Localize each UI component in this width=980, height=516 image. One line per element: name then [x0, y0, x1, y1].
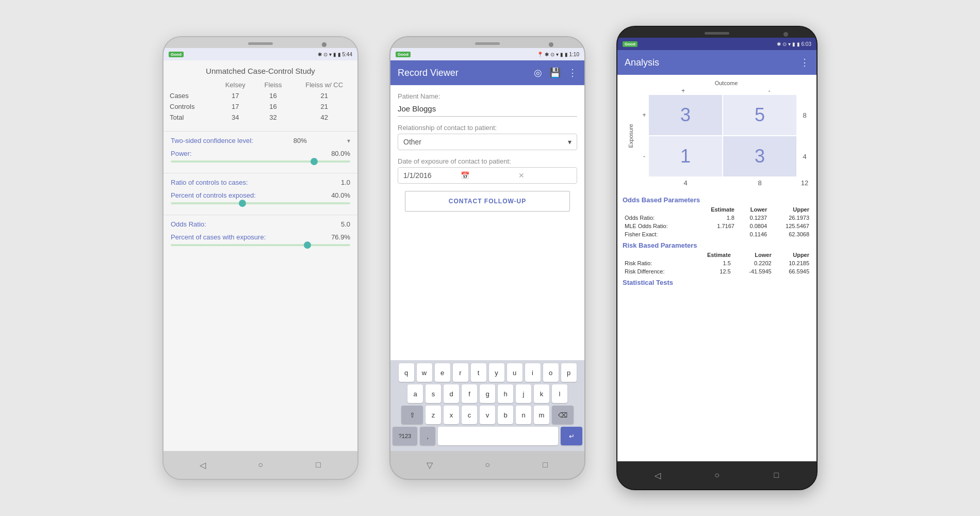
date-picker[interactable]: 1/1/2016 📅 ✕ — [398, 167, 577, 184]
eye-icon[interactable]: ◎ — [534, 67, 542, 78]
cell-c[interactable]: 1 — [648, 136, 723, 177]
table-row: Risk Ratio: 1.5 0.2202 10.2185 — [623, 259, 811, 267]
odds-row0-label: Odds Ratio: — [623, 214, 694, 222]
power-slider[interactable] — [171, 160, 350, 163]
row-cases-fleisscc: 21 — [291, 90, 357, 101]
key-m[interactable]: m — [534, 406, 549, 424]
odds-row1-label: MLE Odds Ratio: — [623, 222, 694, 230]
key-comma[interactable]: , — [420, 427, 435, 445]
good-badge-2: Good — [396, 52, 411, 57]
odds-row1-lower: 0.0804 — [737, 222, 769, 230]
contingency-body: Exposure + 3 5 8 - 1 3 4 — [622, 94, 812, 177]
home-btn-2[interactable]: ○ — [480, 458, 495, 472]
key-g[interactable]: g — [480, 384, 495, 403]
key-p[interactable]: p — [561, 363, 577, 382]
key-sym[interactable]: ?123 — [393, 427, 417, 445]
pct-controls-slider[interactable] — [171, 202, 350, 204]
recents-btn-2[interactable]: □ — [538, 458, 552, 472]
phone-3-top-bar — [617, 27, 816, 38]
key-z[interactable]: z — [426, 406, 441, 424]
home-btn-3[interactable]: ○ — [710, 468, 724, 482]
col2-total: 8 — [723, 177, 797, 189]
cell-b[interactable]: 5 — [723, 94, 797, 136]
odds-col-0 — [623, 205, 694, 214]
key-a[interactable]: a — [407, 384, 423, 403]
contact-followup-button[interactable]: CONTACT FOLLOW-UP — [405, 191, 570, 212]
pct-cases-thumb[interactable] — [304, 241, 311, 249]
cell-a[interactable]: 3 — [648, 94, 723, 136]
power-thumb[interactable] — [311, 158, 318, 165]
table-row: Risk Difference: 12.5 -41.5945 66.5945 — [623, 267, 811, 276]
pct-cases-section: Percent of cases with exposure: 76.9% — [164, 231, 357, 253]
key-space[interactable] — [438, 427, 558, 445]
more-icon-3[interactable]: ⋮ — [800, 57, 809, 68]
more-icon[interactable]: ⋮ — [568, 67, 577, 78]
key-e[interactable]: e — [435, 363, 450, 382]
patient-name-input[interactable] — [398, 102, 577, 117]
odds-row2-upper: 62.3068 — [769, 230, 811, 238]
key-b[interactable]: b — [498, 406, 513, 424]
odds-col-2: Lower — [737, 205, 769, 214]
calendar-icon[interactable]: 📅 — [461, 171, 514, 180]
recents-btn-3[interactable]: □ — [769, 468, 783, 482]
key-i[interactable]: i — [525, 363, 541, 382]
key-s[interactable]: s — [426, 384, 441, 403]
table-row: Odds Ratio: 1.8 0.1237 26.1973 — [623, 214, 811, 222]
risk-table: Estimate Lower Upper Risk Ratio: 1.5 0.2… — [623, 251, 811, 276]
home-btn-1[interactable]: ○ — [253, 458, 268, 472]
good-badge-1: Good — [169, 52, 184, 57]
dropdown-icon[interactable]: ▾ — [347, 137, 350, 144]
odds-col-3: Upper — [769, 205, 811, 214]
back-btn-1[interactable]: ◁ — [195, 458, 210, 472]
row-cases-kelsey: 17 — [216, 90, 255, 101]
camera-3 — [783, 32, 788, 37]
relationship-select[interactable]: Other ▾ — [398, 134, 577, 150]
key-h[interactable]: h — [498, 384, 513, 403]
key-n[interactable]: n — [516, 406, 531, 424]
key-r[interactable]: r — [453, 363, 468, 382]
risk-col-2: Lower — [733, 251, 774, 259]
location-icon: 📍 — [537, 52, 543, 57]
odds-row0-lower: 0.1237 — [737, 214, 769, 222]
key-k[interactable]: k — [534, 384, 549, 403]
pct-cases-slider[interactable] — [171, 244, 350, 246]
row-total-kelsey: 34 — [216, 112, 255, 123]
status-left-2: Good — [396, 52, 411, 57]
status-right-1: ✱ ⊙ ▾ ▮ ▮ 5:44 — [318, 52, 352, 57]
key-t[interactable]: t — [471, 363, 486, 382]
key-y[interactable]: y — [489, 363, 504, 382]
pct-controls-thumb[interactable] — [239, 200, 246, 207]
risk-row0-upper: 10.2185 — [774, 259, 811, 267]
odds-row1-est: 1.7167 — [694, 222, 737, 230]
wifi-icon-2: ▾ — [556, 52, 559, 57]
status-bar-1: Good ✱ ⊙ ▾ ▮ ▮ 5:44 — [164, 48, 357, 60]
key-enter[interactable]: ↵ — [561, 427, 582, 445]
key-l[interactable]: l — [552, 384, 567, 403]
phone-1-top-bar — [164, 37, 357, 48]
key-o[interactable]: o — [543, 363, 559, 382]
key-w[interactable]: w — [417, 363, 432, 382]
key-x[interactable]: x — [444, 406, 459, 424]
row-controls-kelsey: 17 — [216, 101, 255, 112]
key-j[interactable]: j — [516, 384, 531, 403]
save-icon[interactable]: 💾 — [549, 67, 561, 78]
risk-row1-est: 12.5 — [690, 267, 733, 276]
key-backspace[interactable]: ⌫ — [552, 406, 574, 424]
key-v[interactable]: v — [480, 406, 495, 424]
key-d[interactable]: d — [444, 384, 459, 403]
key-shift[interactable]: ⇧ — [401, 406, 423, 424]
keyboard: q w e r t y u i o p a s d f g h — [390, 360, 584, 451]
back-btn-3[interactable]: ◁ — [650, 468, 665, 482]
key-q[interactable]: q — [399, 363, 414, 382]
stats-section: Odds Based Parameters Estimate Lower Upp… — [617, 191, 816, 290]
odds-row2-lower: 0.1146 — [737, 230, 769, 238]
outcome-minus: - — [726, 87, 812, 94]
cell-d[interactable]: 3 — [723, 136, 797, 177]
back-btn-2[interactable]: ▽ — [422, 458, 437, 472]
relationship-label: Relationship of contact to patient: — [398, 124, 577, 132]
recents-btn-1[interactable]: □ — [311, 458, 325, 472]
clear-date-icon[interactable]: ✕ — [518, 171, 571, 180]
key-c[interactable]: c — [462, 406, 477, 424]
key-u[interactable]: u — [507, 363, 522, 382]
key-f[interactable]: f — [462, 384, 477, 403]
